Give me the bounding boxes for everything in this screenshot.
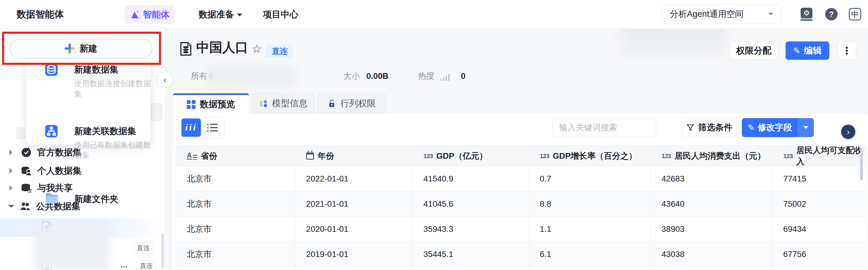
nav-menu-data-prep[interactable]: 数据准备 (198, 0, 242, 29)
sidebar-item-personal-datasets[interactable]: 个人数据集 (0, 163, 165, 179)
menu-item-new-dataset[interactable]: 新建数据集 使用数据连接创建数据集 (26, 61, 151, 94)
tab-row-column-permissions[interactable]: 行列权限 (317, 93, 386, 114)
filter-button[interactable]: 筛选条件 (682, 118, 737, 137)
filter-label: 筛选条件 (698, 122, 733, 134)
chevron-down-icon (768, 13, 773, 18)
modify-fields-label: 修改字段 (758, 122, 792, 134)
heat-value: 0 (461, 68, 466, 84)
edit-button[interactable]: ✎ 编辑 (785, 42, 829, 60)
cell-gdp: 35445.1 (413, 242, 529, 267)
table-row: 北京市 2019-01-01 35445.1 6.1 43038 67756 (176, 242, 867, 267)
columns-icon: iii (185, 123, 197, 133)
app-logo: 数据智能体 (17, 0, 64, 29)
table-header-row: A 省份 年份 123 GDP（亿元） 123 GDP增长率（百分之） (176, 146, 867, 166)
shared-dataset-icon (21, 182, 32, 194)
official-dataset-icon (21, 147, 32, 158)
direct-connect-badge: 直连 (133, 242, 153, 254)
modify-fields-dropdown-button[interactable] (798, 118, 814, 137)
scroll-columns-right-button[interactable]: › (841, 125, 855, 139)
sidebar-collapse-button[interactable]: ‹ (157, 71, 173, 88)
caret-right-icon[interactable] (9, 150, 16, 156)
cell-consumption: 42683 (651, 166, 773, 191)
workspace-selector-value: 分析Agent通用空间 (670, 8, 744, 20)
cell-disposable-income: 67756 (773, 242, 867, 267)
list-view-button[interactable] (203, 118, 222, 137)
direct-connect-badge: 直连 (266, 45, 294, 58)
number-field-type-icon: 123 (783, 153, 793, 160)
cell-gdp: 41045.6 (413, 192, 529, 216)
cell-province: 北京市 (176, 166, 296, 191)
view-toggle-group: iii (180, 117, 225, 138)
favorite-star-icon[interactable]: ☆ (252, 42, 262, 55)
col-header-label: 居民人均消费支出（元） (675, 151, 766, 162)
lock-icon (327, 99, 336, 108)
funnel-icon (686, 124, 694, 132)
chevron-right-icon: › (847, 127, 850, 137)
cell-disposable-income: 77415 (773, 166, 867, 191)
size-label: 大小 (343, 68, 360, 84)
model-icon (259, 99, 268, 108)
column-view-button[interactable]: iii (181, 118, 201, 137)
menu-item-new-folder[interactable]: 新建文件夹 (26, 124, 151, 143)
caret-right-icon[interactable] (9, 168, 16, 174)
col-header-gdp[interactable]: 123 GDP（亿元） (413, 146, 529, 166)
cell-gdp: 41540.9 (413, 166, 529, 191)
console-manage-button[interactable]: ⚙ (800, 8, 813, 21)
table-scrollbar[interactable] (860, 148, 863, 180)
table-body: 北京市 2022-01-01 41540.9 0.7 42683 77415 北… (176, 166, 867, 270)
gear-icon: ⚙ (801, 8, 812, 18)
heat-bars-icon (440, 73, 452, 81)
col-header-label: 省份 (200, 151, 217, 162)
col-header-consumption[interactable]: 123 居民人均消费支出（元） (651, 146, 773, 166)
permission-assign-label: 权限分配 (736, 45, 772, 57)
cell-province: 北京市 (176, 192, 296, 216)
cell-year: 2019-01-01 (296, 242, 413, 267)
heat-label: 热度 (418, 68, 435, 84)
edit-label: 编辑 (804, 45, 822, 57)
table-row: 北京市 2022-01-01 41540.9 0.7 42683 77415 (176, 166, 867, 191)
calendar-field-type-icon (306, 153, 314, 160)
workspace-selector[interactable]: 分析Agent通用空间 (662, 4, 781, 24)
col-header-gdp-growth[interactable]: 123 GDP增长率（百分之） (529, 146, 651, 166)
grid-icon (187, 100, 195, 109)
help-button[interactable]: ? (825, 8, 838, 21)
tab-label: 行列权限 (340, 98, 376, 110)
language-switch-button[interactable]: 中 (848, 8, 862, 21)
cell-gdp: 35943.3 (413, 217, 529, 242)
ellipsis-text: ... (121, 260, 127, 270)
nav-menu-project-center[interactable]: 项目中心 (263, 0, 299, 29)
col-header-label: GDP增长率（百分之） (553, 151, 637, 162)
tab-data-preview[interactable]: 数据预览 (173, 93, 249, 114)
cell-gdp-growth: 6.1 (529, 242, 651, 267)
permission-assign-button[interactable]: 权限分配 (730, 42, 778, 60)
data-table: A 省份 年份 123 GDP（亿元） 123 GDP增长率（百分之） (176, 145, 867, 270)
col-header-province[interactable]: A 省份 (176, 146, 296, 166)
col-header-year[interactable]: 年份 (296, 146, 413, 166)
caret-right-icon[interactable] (9, 185, 16, 191)
size-value: 0.00B (366, 68, 389, 84)
console-base-bar (801, 19, 812, 21)
number-field-type-icon: 123 (540, 153, 549, 160)
personal-dataset-icon (21, 165, 32, 177)
more-actions-button[interactable]: ⋮ (837, 42, 856, 60)
app-window: llm_finance_admin@2101472452llm_finance_… (0, 0, 868, 270)
annotation-red-box (2, 32, 161, 65)
tab-label: 模型信息 (272, 98, 308, 110)
new-dropdown-menu: 新建数据集 使用数据连接创建数据集 新建关联数据集 使用已有数据集创建数据集 (26, 59, 151, 145)
direct-connect-badge: 直连 (136, 260, 156, 270)
privacy-blur-dataset-names (34, 221, 109, 270)
caret-down-icon[interactable] (8, 205, 14, 211)
col-header-label: 年份 (318, 151, 334, 162)
cell-consumption: 43640 (651, 192, 773, 216)
cell-gdp-growth: 0.7 (529, 166, 651, 191)
col-header-disposable-income[interactable]: 123 居民人均可支配收入 (773, 146, 867, 166)
search-input[interactable] (559, 123, 666, 133)
number-field-type-icon: 123 (661, 153, 671, 160)
modify-fields-button[interactable]: ✎ 修改字段 (742, 118, 798, 137)
question-icon: ? (825, 8, 838, 21)
menu-item-new-linked-dataset[interactable]: 新建关联数据集 使用已有数据集创建数据集 (26, 92, 151, 124)
text-field-type-icon: A (187, 152, 197, 160)
sidebar-scrollbar[interactable] (161, 233, 164, 269)
tab-model-info[interactable]: 模型信息 (252, 93, 314, 114)
nav-tab-agent[interactable]: 智能体 (125, 5, 175, 24)
